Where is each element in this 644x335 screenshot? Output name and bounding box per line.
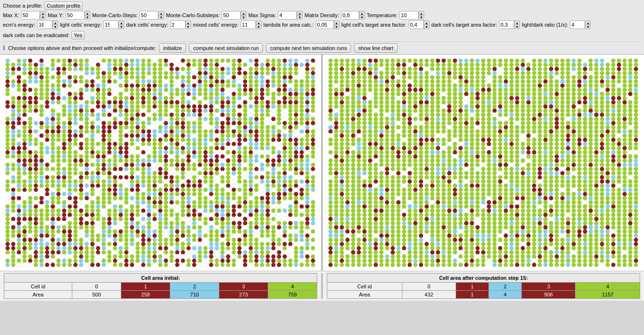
right-area-0: 432 — [402, 291, 456, 299]
max-y-input[interactable] — [66, 11, 85, 20]
matrix-density-down[interactable]: ▼ — [359, 15, 365, 20]
mixed-energy-spinner[interactable]: ▲ ▼ — [241, 20, 262, 29]
right-dot-grid — [324, 56, 643, 270]
ld-ratio-up[interactable]: ▲ — [585, 20, 591, 25]
light-target-label: light cell's target area factor: — [342, 22, 407, 28]
show-chart-button[interactable]: show line chart — [354, 43, 397, 53]
temperature-down[interactable]: ▼ — [419, 15, 424, 20]
max-y-spinner[interactable]: ▲ ▼ — [66, 11, 90, 20]
eradicate-select[interactable]: Yes No — [74, 31, 82, 39]
mc-substeps-up[interactable]: ▲ — [241, 11, 246, 15]
light-energy-up[interactable]: ▲ — [118, 20, 124, 25]
mixed-energy-input[interactable] — [241, 20, 256, 29]
right-area-3: 906 — [522, 291, 576, 299]
mc-substeps-label: Monte-Carlo-Substeps: — [166, 12, 220, 18]
compute-ten-button[interactable]: compute next ten simulation runs — [266, 43, 351, 53]
light-energy-label: light cells' energy: — [60, 22, 101, 28]
lambda-spinner[interactable]: ▲ ▼ — [316, 20, 340, 29]
dark-energy-spinner[interactable]: ▲ ▼ — [170, 20, 191, 29]
lambda-up[interactable]: ▲ — [334, 20, 340, 25]
temperature-spinner[interactable]: ▲ ▼ — [400, 11, 424, 20]
profile-select-wrapper[interactable]: Custom profile — [44, 1, 83, 10]
right-row-label: Area — [327, 291, 402, 299]
max-sigma-up[interactable]: ▲ — [297, 11, 302, 15]
light-target-spinner[interactable]: ▲ ▼ — [409, 20, 429, 29]
mc-steps-input[interactable] — [139, 11, 158, 20]
info-icon: ℹ — [3, 45, 5, 51]
light-energy-spinner[interactable]: ▲ ▼ — [103, 20, 124, 29]
ld-ratio-spinner[interactable]: ▲ ▼ — [570, 20, 591, 29]
ld-ratio-input[interactable] — [570, 20, 585, 29]
matrix-density-spinner[interactable]: ▲ ▼ — [341, 11, 365, 20]
left-area-2: 710 — [170, 291, 219, 299]
right-header-0: 0 — [402, 283, 456, 291]
profile-label: Choose a profile: — [3, 3, 42, 9]
dark-energy-up[interactable]: ▲ — [185, 20, 191, 25]
mc-steps-up[interactable]: ▲ — [158, 11, 164, 15]
left-header-cellid: Cell id — [4, 283, 72, 291]
max-y-label: Max Y: — [48, 12, 63, 18]
mc-steps-spinner[interactable]: ▲ ▼ — [139, 11, 164, 20]
light-energy-down[interactable]: ▼ — [118, 25, 124, 29]
dark-energy-input[interactable] — [170, 20, 185, 29]
dark-target-input[interactable] — [499, 20, 514, 29]
matrix-density-input[interactable] — [341, 11, 359, 20]
mixed-energy-up[interactable]: ▲ — [256, 20, 262, 25]
ecm-energy-spinner[interactable]: ▲ ▼ — [37, 20, 58, 29]
ecm-energy-down[interactable]: ▼ — [52, 25, 58, 29]
initialize-button[interactable]: initialize — [159, 43, 186, 53]
dark-target-spinner[interactable]: ▲ ▼ — [499, 20, 520, 29]
compute-next-button[interactable]: compute next simulation run — [189, 43, 263, 53]
dark-energy-down[interactable]: ▼ — [185, 25, 191, 29]
right-header-4: 4 — [576, 283, 640, 291]
left-area-1: 258 — [121, 291, 170, 299]
right-header-1: 1 — [456, 283, 488, 291]
left-row-label: Area — [4, 291, 72, 299]
main-content: Cell area initial: Cell id 0 1 2 3 4 Are… — [0, 55, 644, 301]
right-table-section: Cell area after computation step 15: Cel… — [323, 273, 644, 299]
dark-target-down[interactable]: ▼ — [514, 25, 520, 29]
ecm-energy-up[interactable]: ▲ — [52, 20, 58, 25]
max-sigma-label: Max Sigma: — [248, 12, 276, 18]
left-table-caption: Cell area initial: — [4, 273, 317, 282]
left-header-3: 3 — [219, 283, 268, 291]
temperature-input[interactable] — [400, 11, 419, 20]
right-canvas-section — [323, 55, 644, 271]
max-sigma-input[interactable] — [278, 11, 297, 20]
matrix-density-up[interactable]: ▲ — [359, 11, 365, 15]
mc-substeps-spinner[interactable]: ▲ ▼ — [222, 11, 246, 20]
right-header-2: 2 — [488, 283, 521, 291]
temperature-up[interactable]: ▲ — [419, 11, 424, 15]
profile-select[interactable]: Custom profile — [47, 2, 80, 10]
max-sigma-spinner[interactable]: ▲ ▼ — [278, 11, 302, 20]
ecm-energy-label: ecm's energy: — [3, 22, 35, 28]
max-sigma-down[interactable]: ▼ — [297, 15, 302, 20]
max-y-up[interactable]: ▲ — [85, 11, 90, 15]
temperature-label: Temperature: — [367, 12, 398, 18]
light-target-input[interactable] — [409, 20, 424, 29]
light-target-down[interactable]: ▼ — [424, 25, 429, 29]
mixed-energy-down[interactable]: ▼ — [256, 25, 262, 29]
eradicate-select-wrapper[interactable]: Yes No — [71, 31, 85, 39]
mc-substeps-input[interactable] — [222, 11, 241, 20]
max-x-down[interactable]: ▼ — [40, 15, 46, 20]
light-energy-input[interactable] — [103, 20, 118, 29]
lambda-down[interactable]: ▼ — [334, 25, 340, 29]
light-target-up[interactable]: ▲ — [424, 20, 429, 25]
lambda-input[interactable] — [316, 20, 334, 29]
mc-steps-down[interactable]: ▼ — [158, 15, 164, 20]
max-y-down[interactable]: ▼ — [85, 15, 90, 20]
max-x-spinner[interactable]: ▲ ▼ — [21, 11, 46, 20]
max-x-input[interactable] — [21, 11, 40, 20]
left-header-4: 4 — [268, 283, 317, 291]
right-header-3: 3 — [522, 283, 576, 291]
mc-substeps-down[interactable]: ▼ — [241, 15, 246, 20]
table-row: Area 500 258 710 273 759 — [4, 291, 317, 299]
left-area-4: 759 — [268, 291, 317, 299]
ecm-energy-input[interactable] — [37, 20, 52, 29]
ld-ratio-down[interactable]: ▼ — [585, 25, 591, 29]
dark-target-up[interactable]: ▲ — [514, 20, 520, 25]
max-x-up[interactable]: ▲ — [40, 11, 46, 15]
eradicate-label: dark cells can be eradicated: — [3, 32, 69, 38]
right-header-cellid: Cell id — [327, 283, 402, 291]
